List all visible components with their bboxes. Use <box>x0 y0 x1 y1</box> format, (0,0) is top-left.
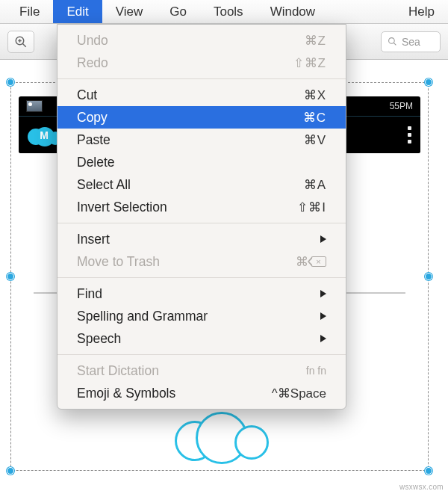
menu-item-start-dictation[interactable]: Start Dictation fn fn <box>57 359 346 382</box>
submenu-arrow-icon <box>320 335 326 342</box>
menu-edit[interactable]: Edit <box>53 0 102 23</box>
resize-handle[interactable] <box>7 78 14 86</box>
search-icon <box>388 37 397 46</box>
svg-point-4 <box>389 38 395 44</box>
menu-item-undo[interactable]: Undo ⌘Z <box>57 29 346 52</box>
menu-item-select-all[interactable]: Select All ⌘A <box>57 173 346 196</box>
menu-item-insert[interactable]: Insert <box>57 228 346 250</box>
menu-item-emoji-symbols[interactable]: Emoji & Symbols ^⌘Space <box>57 382 346 404</box>
submenu-arrow-icon <box>320 290 326 297</box>
menu-item-cut[interactable]: Cut ⌘X <box>57 84 346 106</box>
picture-icon <box>26 100 43 112</box>
menu-help[interactable]: Help <box>395 0 448 23</box>
submenu-arrow-icon <box>320 312 326 320</box>
watermark: wsxwsx.com <box>399 483 444 491</box>
menu-item-spelling-grammar[interactable]: Spelling and Grammar <box>57 305 346 327</box>
menu-item-delete[interactable]: Delete <box>57 151 346 173</box>
menu-item-invert-selection[interactable]: Invert Selection ⇧⌘I <box>57 196 346 218</box>
submenu-arrow-icon <box>320 235 326 243</box>
kebab-menu-icon <box>408 126 411 143</box>
resize-handle[interactable] <box>7 273 14 280</box>
menu-item-paste[interactable]: Paste ⌘V <box>57 129 346 151</box>
menu-item-find[interactable]: Find <box>57 282 346 305</box>
resize-handle[interactable] <box>7 467 14 475</box>
resize-handle[interactable] <box>425 467 432 475</box>
menu-go[interactable]: Go <box>156 0 200 23</box>
cloud-logo-icon: M <box>28 124 60 146</box>
status-time: 55PM <box>390 101 413 111</box>
cloud-outline-icon <box>175 409 264 461</box>
zoom-in-button[interactable] <box>7 31 34 53</box>
menubar: File Edit View Go Tools Window Help <box>0 0 448 24</box>
menu-item-redo[interactable]: Redo ⇧⌘Z <box>57 52 346 74</box>
menu-item-copy[interactable]: Copy ⌘C <box>57 106 346 129</box>
menu-file[interactable]: File <box>6 0 53 23</box>
menu-window[interactable]: Window <box>257 0 329 23</box>
delete-key-icon: × <box>311 256 326 267</box>
menu-item-speech[interactable]: Speech <box>57 327 346 350</box>
svg-line-5 <box>393 43 396 45</box>
search-placeholder: Sea <box>402 36 420 48</box>
menu-view[interactable]: View <box>102 0 157 23</box>
menu-tools[interactable]: Tools <box>200 0 257 23</box>
edit-menu-dropdown: Undo ⌘Z Redo ⇧⌘Z Cut ⌘X Copy ⌘C Paste ⌘V… <box>57 24 346 410</box>
svg-line-1 <box>22 43 26 47</box>
resize-handle[interactable] <box>425 273 432 280</box>
resize-handle[interactable] <box>425 78 432 86</box>
menu-item-move-to-trash[interactable]: Move to Trash ⌘× <box>57 250 346 273</box>
search-input[interactable]: Sea <box>381 31 441 52</box>
